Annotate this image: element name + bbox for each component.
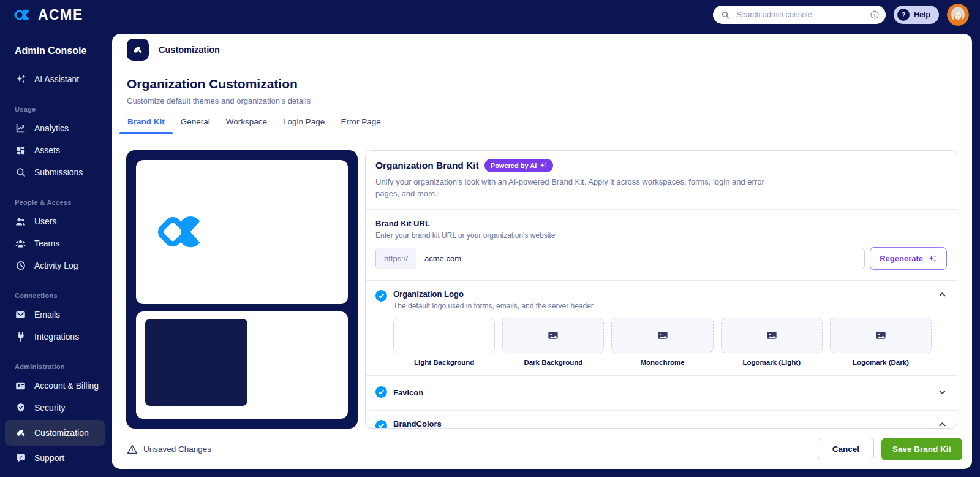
brand-kit-header: Organization Brand Kit Powered by AI Uni… xyxy=(366,151,957,209)
tab-login-page[interactable]: Login Page xyxy=(275,117,333,134)
magnifier-icon xyxy=(15,167,26,178)
sidebar-section-administration: Administration xyxy=(0,348,112,375)
tile-label: Logomark (Light) xyxy=(721,359,823,366)
check-circle-icon[interactable] xyxy=(375,290,387,304)
check-circle-icon[interactable] xyxy=(375,386,387,400)
acme-logomark-preview-icon xyxy=(156,212,209,252)
sidebar-item-assets[interactable]: Assets xyxy=(0,139,112,161)
teams-icon xyxy=(15,238,26,250)
breadcrumb: Customization xyxy=(159,45,220,55)
sidebar-item-customization[interactable]: Customization xyxy=(5,420,105,446)
sidebar-item-teams[interactable]: Teams xyxy=(0,232,112,254)
sidebar-item-label: Integrations xyxy=(34,332,79,342)
chevron-down-icon[interactable] xyxy=(938,387,947,399)
page-header: Customization xyxy=(112,34,972,66)
logo-section-hint: The default logo used in forms, emails, … xyxy=(393,302,932,310)
brand-colors-title: BrandColors xyxy=(393,419,932,429)
main-panel: Customization Organization Customization… xyxy=(112,34,972,469)
sidebar-item-support[interactable]: ? Support xyxy=(0,447,112,469)
warning-icon xyxy=(127,444,138,455)
info-icon[interactable] xyxy=(870,10,880,20)
sidebar-item-account-billing[interactable]: Account & Billing xyxy=(0,375,112,397)
sidebar-item-label: Customization xyxy=(34,428,89,438)
sidebar-item-label: Security xyxy=(34,403,66,413)
plug-icon xyxy=(15,331,26,343)
sidebar-item-emails[interactable]: Emails xyxy=(0,303,112,326)
logo-tile-logomark-light[interactable] xyxy=(721,318,823,353)
sidebar-section-usage: Usage xyxy=(0,90,112,117)
sparkles-icon xyxy=(15,74,26,85)
check-circle-icon[interactable] xyxy=(375,420,387,429)
logo-preview-card xyxy=(136,160,348,304)
tab-general[interactable]: General xyxy=(173,117,218,134)
logo-option-dark-background: Dark Background xyxy=(502,318,604,366)
help-label: Help xyxy=(914,10,930,19)
svg-text:?: ? xyxy=(19,454,22,460)
users-icon xyxy=(15,216,26,227)
brand-kit-form: Organization Brand Kit Powered by AI Uni… xyxy=(365,150,957,429)
status-label: Unsaved Changes xyxy=(143,445,211,454)
logo-tile-monochrome[interactable] xyxy=(611,318,713,353)
sidebar-item-integrations[interactable]: Integrations xyxy=(0,326,112,348)
chevron-up-icon[interactable] xyxy=(938,289,947,302)
tab-error-page[interactable]: Error Page xyxy=(333,117,388,134)
page-head: Organization Customization Customize def… xyxy=(112,66,972,105)
chevron-up-icon[interactable] xyxy=(938,419,947,429)
save-brand-kit-button[interactable]: Save Brand Kit xyxy=(881,438,962,460)
sidebar-item-label: Assets xyxy=(34,145,60,155)
sidebar-item-label: Account & Billing xyxy=(34,381,99,391)
page-title: Organization Customization xyxy=(127,77,957,91)
sidebar: Admin Console AI Assistant Usage Analyti… xyxy=(0,29,112,477)
help-button[interactable]: ? Help xyxy=(894,6,939,24)
organization-logo-section: Organization Logo The default logo used … xyxy=(366,280,957,375)
sidebar-item-security[interactable]: Security xyxy=(0,397,112,419)
brand-kit-url-section: Brand Kit URL Enter your brand kit URL o… xyxy=(366,209,957,280)
search-input[interactable] xyxy=(735,10,865,20)
avatar[interactable] xyxy=(947,4,969,26)
sidebar-item-analytics[interactable]: Analytics xyxy=(0,117,112,139)
sidebar-item-users[interactable]: Users xyxy=(0,210,112,232)
tile-label: Logomark (Dark) xyxy=(830,359,932,366)
topbar-right: ? Help xyxy=(713,4,969,26)
sidebar-title: Admin Console xyxy=(0,29,112,56)
logo-section-title: Organization Logo xyxy=(393,289,932,299)
clock-icon xyxy=(15,260,26,272)
url-label: Brand Kit URL xyxy=(375,219,947,228)
regenerate-button[interactable]: Regenerate xyxy=(870,247,947,270)
brand-logo[interactable]: ACME xyxy=(13,7,83,23)
analytics-icon xyxy=(15,123,26,134)
url-prefix: https:// xyxy=(376,248,416,269)
logo-tile-dark-background[interactable] xyxy=(502,318,604,353)
sidebar-item-activity-log[interactable]: Activity Log xyxy=(0,254,112,277)
image-placeholder-icon xyxy=(766,330,777,341)
sparkles-icon xyxy=(928,254,937,263)
image-placeholder-icon xyxy=(657,330,668,341)
tab-workspace[interactable]: Workspace xyxy=(218,117,275,134)
regenerate-label: Regenerate xyxy=(880,254,923,263)
logo-option-logomark-light: Logomark (Light) xyxy=(721,318,823,366)
topbar: ACME ? Help xyxy=(0,0,980,29)
unsaved-changes-status: Unsaved Changes xyxy=(127,444,211,455)
footer-bar: Unsaved Changes Cancel Save Brand Kit xyxy=(112,429,972,469)
shield-icon xyxy=(15,402,26,414)
cancel-button[interactable]: Cancel xyxy=(818,438,874,460)
tab-brand-kit[interactable]: Brand Kit xyxy=(119,117,173,134)
logo-option-logomark-dark: Logomark (Dark) xyxy=(830,318,932,366)
acme-logomark-icon xyxy=(13,8,32,22)
tile-label: Monochrome xyxy=(611,359,713,366)
sidebar-item-ai-assistant[interactable]: AI Assistant xyxy=(0,68,112,90)
image-placeholder-icon xyxy=(548,330,559,341)
logo-tile-light-background[interactable] xyxy=(393,318,495,353)
logo-options: Light Background Dark Background xyxy=(393,318,932,366)
envelope-icon xyxy=(15,309,26,321)
sparkles-icon xyxy=(540,162,547,169)
sidebar-section-people: People & Access xyxy=(0,183,112,210)
logo-tile-logomark-dark[interactable] xyxy=(830,318,932,353)
sidebar-item-submissions[interactable]: Submissions xyxy=(0,161,112,183)
brand-kit-url-input[interactable] xyxy=(416,248,864,269)
search-icon xyxy=(721,10,730,20)
sidebar-item-label: Analytics xyxy=(34,123,69,133)
url-input-wrapper: https:// xyxy=(375,248,865,269)
sidebar-item-label: Emails xyxy=(34,310,60,319)
brand-name: ACME xyxy=(38,7,83,23)
